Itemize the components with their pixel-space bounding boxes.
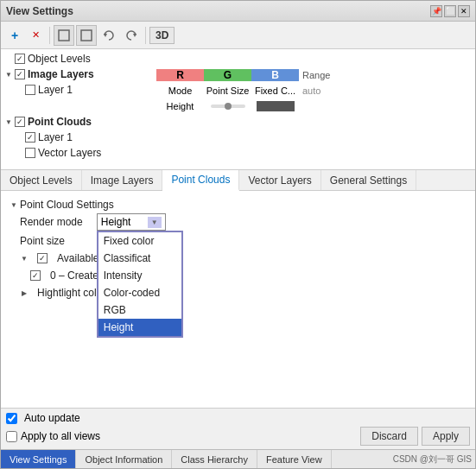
svg-rect-0 bbox=[59, 30, 69, 41]
dropdown-option-fixed-color[interactable]: Fixed color bbox=[98, 232, 181, 250]
view-settings-window: View Settings 📌 ⬜ ✕ + ✕ 3D bbox=[0, 0, 476, 469]
layer-item-layer1-image: Layer 1 bbox=[1, 82, 156, 98]
expand-highlight[interactable]: ▶ bbox=[20, 288, 29, 297]
toolbar: + ✕ 3D bbox=[1, 22, 475, 49]
layer-label-layer1-image: Layer 1 bbox=[38, 84, 73, 96]
tab-vector-layers[interactable]: Vector Layers bbox=[239, 170, 321, 190]
pc-settings-label: Point Cloud Settings bbox=[20, 199, 114, 211]
dropdown-option-height[interactable]: Height bbox=[98, 319, 181, 336]
discard-button[interactable]: Discard bbox=[360, 427, 418, 446]
col-height: Height bbox=[156, 101, 204, 111]
checkbox-class-0[interactable] bbox=[30, 270, 41, 281]
tab-image-layers[interactable]: Image Layers bbox=[82, 170, 163, 190]
layer-item-image-layers: ▼ Image Layers bbox=[1, 67, 156, 82]
dropdown-option-classificat[interactable]: Classificat bbox=[98, 250, 181, 267]
checkbox-available-cl[interactable] bbox=[37, 253, 48, 263]
bottom-tabs: View Settings Object Information Class H… bbox=[1, 449, 475, 468]
dropdown-option-rgb[interactable]: RGB bbox=[98, 301, 181, 319]
toolbar-separator bbox=[49, 27, 50, 44]
render-mode-dropdown-container: Height ▼ Fixed color Classificat Intensi… bbox=[97, 213, 166, 231]
mini-slider[interactable] bbox=[211, 105, 245, 108]
auto-update-checkbox[interactable] bbox=[6, 413, 17, 424]
expand-arrow-image[interactable]: ▼ bbox=[4, 70, 13, 79]
apply-to-views-checkbox[interactable] bbox=[6, 431, 17, 442]
expand-pc-settings[interactable]: ▼ bbox=[10, 200, 18, 209]
checkbox-layer1-cloud[interactable] bbox=[25, 132, 35, 143]
col-g-pointsize: Point Size bbox=[204, 86, 251, 96]
image-layers-row: ▼ Image Layers Layer 1 R G B Range bbox=[1, 67, 475, 114]
title-controls: 📌 ⬜ ✕ bbox=[430, 5, 470, 17]
bottom-tab-feature-view[interactable]: Feature View bbox=[257, 450, 332, 468]
bottom-tab-class-hierarchy[interactable]: Class Hierarchy bbox=[172, 450, 257, 468]
bottom-row2-right: Discard Apply bbox=[360, 427, 470, 446]
layer-label-layer1-cloud: Layer 1 bbox=[38, 131, 73, 143]
expand-arrow-clouds[interactable]: ▼ bbox=[4, 117, 13, 126]
tab-point-clouds[interactable]: Point Clouds bbox=[162, 170, 239, 191]
render-mode-label: Render mode bbox=[20, 216, 83, 228]
bottom-section: Object Levels Image Layers Point Clouds … bbox=[1, 170, 475, 449]
remove-button[interactable]: ✕ bbox=[25, 25, 46, 46]
main-tabs: Object Levels Image Layers Point Clouds … bbox=[1, 170, 475, 191]
col-r-header: R bbox=[156, 69, 204, 81]
dropdown-option-intensity[interactable]: Intensity bbox=[98, 267, 181, 284]
tab-object-levels[interactable]: Object Levels bbox=[1, 170, 82, 190]
checkbox-image-layers[interactable] bbox=[15, 69, 25, 79]
3d-button[interactable]: 3D bbox=[149, 27, 175, 44]
settings-content: ▼ Point Cloud Settings Render mode Heigh… bbox=[1, 191, 475, 408]
render-mode-dropdown-menu: Fixed color Classificat Intensity Color-… bbox=[97, 231, 183, 338]
bottom-controls: Auto update Apply to all views Discard A… bbox=[1, 408, 475, 449]
toolbar-btn-1[interactable] bbox=[54, 25, 74, 46]
col-g-header: G bbox=[204, 69, 251, 81]
col-range-auto: auto bbox=[299, 86, 346, 96]
expand-available-cl[interactable]: ▼ bbox=[20, 254, 29, 263]
layer-panel: Object Levels ▼ Image Layers Layer 1 R bbox=[1, 49, 475, 170]
col-range-header: Range bbox=[299, 70, 346, 80]
checkbox-point-clouds[interactable] bbox=[15, 117, 25, 127]
render-mode-dropdown[interactable]: Height ▼ bbox=[97, 213, 166, 231]
expand-arrow[interactable] bbox=[4, 54, 13, 63]
bottom-tab-view-settings[interactable]: View Settings bbox=[1, 450, 76, 468]
bottom-tab-object-information[interactable]: Object Information bbox=[76, 450, 172, 468]
expand-arrow-layer1[interactable] bbox=[15, 86, 23, 94]
checkbox-vector-layers[interactable] bbox=[25, 148, 35, 158]
layer-item-layer1-cloud: Layer 1 bbox=[1, 130, 475, 145]
layer-label-object-levels: Object Levels bbox=[28, 53, 91, 65]
render-mode-row: Render mode Height ▼ Fixed color Classif… bbox=[8, 213, 468, 231]
toolbar-btn-2[interactable] bbox=[76, 25, 97, 46]
col-r-mode: Mode bbox=[156, 86, 204, 96]
toolbar-separator-2 bbox=[145, 27, 146, 44]
apply-to-views-label: Apply to all views bbox=[21, 430, 100, 442]
point-size-row: Point size bbox=[8, 232, 468, 250]
bottom-row1: Auto update bbox=[6, 412, 470, 424]
toolbar-btn-4[interactable] bbox=[121, 25, 142, 46]
expand-arrow-layer1-cloud[interactable] bbox=[15, 133, 23, 142]
fixed-color-box bbox=[257, 101, 295, 111]
dropdown-option-color-coded[interactable]: Color-coded bbox=[98, 284, 181, 301]
layer-label-vector-layers: Vector Layers bbox=[38, 147, 101, 159]
pin-button[interactable]: 📌 bbox=[430, 5, 442, 17]
pc-settings-section: ▼ Point Cloud Settings bbox=[8, 196, 468, 213]
highlight-colors-row: ▶ Hightlight colors bbox=[8, 284, 468, 301]
tab-general-settings[interactable]: General Settings bbox=[321, 170, 416, 190]
add-button[interactable]: + bbox=[4, 25, 25, 46]
class-0-row: 0 – Create... bbox=[8, 267, 468, 284]
window-title: View Settings bbox=[6, 5, 73, 17]
bottom-row2-left: Apply to all views bbox=[6, 430, 100, 442]
col-b-fixedcolor: Fixed C... bbox=[251, 86, 299, 96]
watermark-bottom-right: CSDN @刘一哥 GIS bbox=[393, 450, 475, 468]
layer-label-image-layers: Image Layers bbox=[28, 68, 94, 80]
layer-item-vector-layers: Vector Layers bbox=[1, 145, 475, 161]
expand-arrow-vector[interactable] bbox=[15, 149, 23, 157]
svg-rect-1 bbox=[81, 30, 92, 41]
bottom-row2: Apply to all views Discard Apply bbox=[6, 427, 470, 446]
layer-item-point-clouds: ▼ Point Clouds bbox=[1, 114, 475, 130]
apply-button[interactable]: Apply bbox=[422, 427, 470, 446]
toolbar-btn-3[interactable] bbox=[98, 25, 119, 46]
checkbox-layer1-image[interactable] bbox=[25, 85, 35, 95]
checkbox-object-levels[interactable] bbox=[15, 54, 25, 64]
auto-update-label: Auto update bbox=[24, 412, 80, 424]
close-button[interactable]: ✕ bbox=[458, 5, 470, 17]
title-bar: View Settings 📌 ⬜ ✕ bbox=[1, 1, 475, 22]
float-button[interactable]: ⬜ bbox=[444, 5, 456, 17]
point-size-label: Point size bbox=[20, 235, 65, 247]
